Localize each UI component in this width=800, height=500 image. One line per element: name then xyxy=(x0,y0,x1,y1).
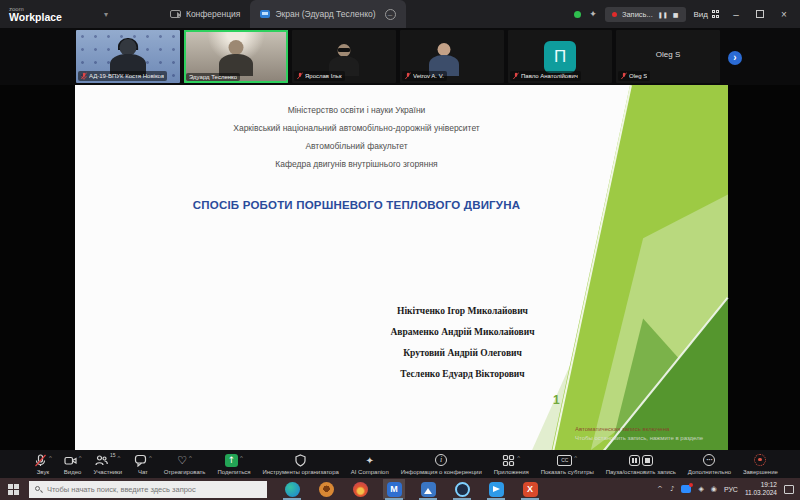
pause-recording-icon[interactable] xyxy=(629,455,640,466)
zoom-workplace-logo: zoom Workplace xyxy=(0,6,62,23)
slide-header-line: Автомобільний факультет xyxy=(85,137,628,155)
start-button[interactable] xyxy=(8,484,19,495)
meeting-info-button[interactable]: i Информация о конференции xyxy=(401,454,482,475)
apps-icon xyxy=(502,454,515,467)
share-screen-button[interactable]: ↑ ^ Поделиться xyxy=(217,454,250,475)
view-button[interactable]: Вид xyxy=(694,10,720,19)
stop-recording-icon[interactable] xyxy=(642,455,653,466)
participant-name: Oleg S xyxy=(629,73,647,79)
search-input[interactable] xyxy=(47,485,261,494)
participant-tile[interactable]: Oleg S Oleg S xyxy=(616,30,720,83)
slide-header-line: Кафедра двигунів внутрішнього згоряння xyxy=(85,155,628,173)
mic-muted-icon xyxy=(405,72,411,80)
participants-button[interactable]: 15 ^ Участники xyxy=(93,454,122,475)
tray-volume-icon[interactable]: ◉ xyxy=(711,485,717,493)
video-button[interactable]: ^ Видео xyxy=(64,454,82,475)
view-button-label: Вид xyxy=(694,10,708,19)
windows-taskbar: M X ^ ♪ ◈ ◉ РУС 19:12 11.03.2024 xyxy=(0,478,800,500)
tab-options-icon[interactable]: – xyxy=(385,9,396,20)
taskbar-app[interactable]: X xyxy=(519,479,541,499)
sparkle-icon: ✦ xyxy=(589,9,597,19)
tab-screen-label: Экран (Эдуард Тесленко) xyxy=(275,9,375,19)
camera-icon xyxy=(170,10,181,18)
participant-tile[interactable]: Ярослав Ільк xyxy=(292,30,396,83)
slide-header-line: Міністерство освіти і науки України xyxy=(85,101,628,119)
tray-clock[interactable]: 19:12 11.03.2024 xyxy=(745,481,777,497)
taskbar-app[interactable] xyxy=(485,479,507,499)
taskbar-app[interactable] xyxy=(417,479,439,499)
participant-name: АД-19-ВПУК Костя Новіков xyxy=(89,73,164,79)
participant-name: Павло Анатолійович xyxy=(521,73,578,79)
stop-recording-button[interactable]: ■ xyxy=(673,11,679,18)
avatar xyxy=(229,40,244,55)
chevron-up-icon[interactable]: ^ xyxy=(49,454,52,462)
chevron-up-icon[interactable]: ^ xyxy=(79,454,82,462)
participant-tile-active-speaker[interactable]: Эдуард Тесленко xyxy=(184,30,288,83)
reactions-button[interactable]: ♡ ^ Отреагировать xyxy=(164,454,206,475)
info-icon: i xyxy=(435,454,447,466)
chevron-up-icon[interactable]: ^ xyxy=(574,454,577,462)
minimize-button[interactable]: – xyxy=(728,9,744,20)
tray-date: 11.03.2024 xyxy=(745,489,777,496)
chat-button[interactable]: ^ Чат xyxy=(134,454,152,475)
taskbar-app[interactable] xyxy=(451,479,473,499)
close-button[interactable]: × xyxy=(776,9,792,20)
more-button[interactable]: ··· Дополнительно xyxy=(688,454,731,475)
mic-muted-icon xyxy=(34,454,47,467)
mic-muted-icon xyxy=(621,72,627,80)
tray-network-icon[interactable]: ◈ xyxy=(698,485,703,493)
mute-button[interactable]: ^ Звук xyxy=(34,454,52,475)
ai-companion-button[interactable]: ✦ AI Companion xyxy=(351,454,389,475)
participant-tile[interactable]: Vetrov A. V. xyxy=(400,30,504,83)
taskbar-app[interactable]: M xyxy=(383,479,405,499)
taskbar-app[interactable] xyxy=(349,479,371,499)
participant-tile[interactable]: АД-19-ВПУК Костя Новіков xyxy=(76,30,180,83)
end-meeting-button[interactable]: Завершение xyxy=(743,454,778,475)
end-meeting-icon xyxy=(754,454,766,466)
maximize-button[interactable] xyxy=(752,9,768,20)
chat-icon xyxy=(134,454,147,467)
captions-button[interactable]: CC ^ Показать субтитры xyxy=(541,454,594,475)
zoom-toolbar: ^ Звук ^ Видео 15 ^ Участники xyxy=(0,450,800,478)
chevron-up-icon[interactable]: ^ xyxy=(189,454,192,462)
notification-line: Автоматическая запись включена xyxy=(575,425,775,434)
avatar-initial: П xyxy=(544,41,576,73)
pause-recording-button[interactable]: ❚❚ xyxy=(658,11,668,18)
tray-language[interactable]: РУС xyxy=(724,486,738,493)
mic-muted-icon xyxy=(297,72,303,80)
host-tools-button[interactable]: Инструменты организатора xyxy=(262,454,338,475)
share-screen-icon: ↑ xyxy=(225,454,238,467)
screen-share-tab-icon xyxy=(260,10,270,18)
taskbar-app[interactable] xyxy=(315,479,337,499)
apps-button[interactable]: ^ Приложения xyxy=(494,454,529,475)
mic-muted-icon xyxy=(513,72,519,80)
participants-icon xyxy=(95,454,108,467)
next-participants-button[interactable]: › xyxy=(728,51,742,65)
taskbar-app-browser[interactable] xyxy=(281,479,303,499)
chevron-up-icon[interactable]: ^ xyxy=(118,454,121,462)
participant-name: Vetrov A. V. xyxy=(413,73,444,79)
chevron-up-icon[interactable]: ^ xyxy=(517,454,520,462)
action-center-icon[interactable] xyxy=(784,485,794,494)
zoom-titlebar: zoom Workplace ▾ Конференция Экран (Эдуа… xyxy=(0,0,800,28)
tab-conference[interactable]: Конференция xyxy=(160,0,250,28)
heart-icon: ♡ xyxy=(177,454,187,467)
tab-conference-label: Конференция xyxy=(186,9,240,19)
slide-authors: Нікітченко Ігор Миколайович Авраменко Ан… xyxy=(315,301,610,385)
tray-mic-icon[interactable]: ♪ xyxy=(670,485,674,493)
participant-display-name: Oleg S xyxy=(616,49,720,58)
participant-tile[interactable]: П Павло Анатолійович xyxy=(508,30,612,83)
recording-controls-button[interactable]: Пауза/остановить запись xyxy=(606,454,676,475)
tab-screen-share[interactable]: Экран (Эдуард Тесленко) – xyxy=(250,0,405,28)
author-line: Крутовий Андрій Олегович xyxy=(315,343,610,364)
tray-zoom-icon[interactable] xyxy=(681,485,691,493)
chevron-down-icon[interactable]: ▾ xyxy=(104,10,108,19)
chevron-up-icon[interactable]: ^ xyxy=(240,454,243,462)
sparkle-icon: ✦ xyxy=(366,454,374,467)
taskbar-search[interactable] xyxy=(29,481,267,498)
participant-strip: АД-19-ВПУК Костя Новіков Эдуард Тесленко… xyxy=(0,28,800,85)
tray-expand-icon[interactable]: ^ xyxy=(657,485,663,493)
chevron-up-icon[interactable]: ^ xyxy=(149,454,152,462)
closed-captions-icon: CC xyxy=(557,455,572,466)
participant-name: Эдуард Тесленко xyxy=(189,74,237,80)
